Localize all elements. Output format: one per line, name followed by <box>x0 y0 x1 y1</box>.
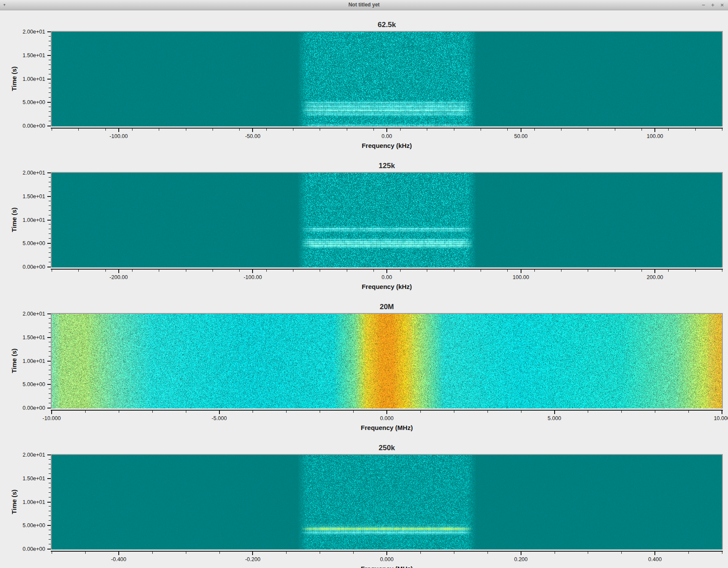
y-tick-label: 1.00e+01 <box>23 358 45 364</box>
x-tick-major <box>386 129 387 132</box>
y-tick-minor <box>49 238 51 239</box>
y-tick-major <box>47 220 51 221</box>
x-tick-minor <box>186 270 186 272</box>
maximize-button[interactable]: + <box>711 0 715 10</box>
y-axis-label: Time (s) <box>10 207 18 232</box>
y-tick-label: 1.00e+01 <box>23 499 45 505</box>
y-tick-minor <box>49 50 51 51</box>
x-tick-minor <box>105 270 106 272</box>
y-tick-label: 1.50e+01 <box>23 476 45 482</box>
x-tick-minor <box>353 552 354 554</box>
x-tick-minor <box>347 129 347 131</box>
x-tick-minor <box>642 129 642 131</box>
x-tick-major <box>118 270 119 273</box>
x-tick-minor <box>420 411 421 413</box>
y-tick-minor <box>49 398 51 399</box>
minimize-button[interactable]: − <box>702 0 705 10</box>
x-tick-minor <box>534 270 535 272</box>
x-tick-minor <box>320 270 320 272</box>
y-tick-label: 5.00e+00 <box>23 240 45 246</box>
y-tick-minor <box>49 492 51 493</box>
window-titlebar[interactable]: ▾ Not titled yet − + × <box>0 0 728 10</box>
x-tick-minor <box>400 270 401 272</box>
y-tick-major <box>47 313 51 314</box>
x-tick-minor <box>119 411 119 413</box>
y-tick-major <box>47 525 51 526</box>
close-button[interactable]: × <box>720 0 724 10</box>
x-axis-label: Frequency (kHz) <box>51 141 723 150</box>
x-tick-minor <box>454 270 454 272</box>
x-axis-label: Frequency (MHz) <box>51 565 723 568</box>
x-tick-minor <box>320 411 320 413</box>
y-axis-label: Time (s) <box>10 348 18 373</box>
plots-area: 62.5k Time (s) 2.00e+011.50e+011.00e+015… <box>0 10 728 568</box>
x-tick-minor <box>668 129 669 131</box>
y-tick-label: 0.00e+00 <box>23 123 45 129</box>
waterfall-canvas[interactable] <box>52 173 722 267</box>
x-tick-minor <box>534 129 535 131</box>
y-tick-minor <box>49 97 51 98</box>
y-tick-minor <box>49 229 51 229</box>
window-controls: − + × <box>702 0 724 10</box>
x-tick-minor <box>688 411 689 413</box>
x-tick-label: 0.200 <box>514 556 527 562</box>
y-tick-minor <box>49 473 51 474</box>
y-tick-minor <box>49 403 51 403</box>
y-tick-minor <box>49 459 51 460</box>
x-tick-minor <box>588 270 588 272</box>
window-title: Not titled yet <box>0 0 728 10</box>
waterfall-62-5k[interactable] <box>51 31 723 126</box>
x-tick-minor <box>507 129 508 131</box>
x-tick-label: -0.200 <box>245 556 260 562</box>
x-tick-major <box>654 552 655 555</box>
x-axis: -10.000-5.0000.0005.00010.000 <box>51 410 723 424</box>
x-tick-label: -100.00 <box>110 133 128 139</box>
y-tick-minor <box>49 464 51 464</box>
y-tick-minor <box>49 469 51 469</box>
x-tick-minor <box>481 129 481 131</box>
x-tick-minor <box>293 270 293 272</box>
y-tick-minor <box>49 210 51 211</box>
y-tick-label: 1.00e+01 <box>23 217 45 223</box>
y-tick-minor <box>49 539 51 540</box>
y-tick-major <box>47 337 51 338</box>
x-axis: -100.00-50.000.0050.00100.00 <box>51 128 723 141</box>
y-tick-minor <box>49 332 51 333</box>
waterfall-canvas[interactable] <box>52 32 722 126</box>
x-tick-major <box>51 411 52 414</box>
y-tick-major <box>47 454 51 455</box>
x-tick-minor <box>52 552 52 554</box>
x-tick-minor <box>159 270 159 272</box>
y-tick-label: 2.00e+01 <box>23 170 45 176</box>
waterfall-canvas[interactable] <box>52 455 722 550</box>
waterfall-125k[interactable] <box>51 172 723 267</box>
waterfall-canvas[interactable] <box>52 314 722 408</box>
plot-block-62-5k: 62.5k Time (s) 2.00e+011.50e+011.00e+015… <box>0 20 728 157</box>
x-tick-label: 200.00 <box>647 274 663 280</box>
y-tick-minor <box>49 111 51 112</box>
x-tick-minor <box>454 411 454 413</box>
x-tick-minor <box>507 270 508 272</box>
y-tick-minor <box>49 488 51 488</box>
y-tick-minor <box>49 389 51 389</box>
x-tick-label: -50.00 <box>245 133 260 139</box>
x-tick-major <box>252 552 253 555</box>
x-tick-minor <box>487 411 488 413</box>
x-tick-minor <box>695 270 696 272</box>
x-tick-minor <box>286 552 287 554</box>
x-tick-minor <box>293 129 293 131</box>
x-axis-label: Frequency (kHz) <box>51 282 723 291</box>
x-tick-label: 0.00 <box>382 133 392 139</box>
x-tick-major <box>386 270 387 273</box>
app-window: ▾ Not titled yet − + × 62.5k Time (s) 2.… <box>0 0 728 568</box>
x-tick-minor <box>615 270 615 272</box>
x-tick-label: -0.400 <box>111 556 126 562</box>
y-tick-label: 0.00e+00 <box>23 264 45 270</box>
y-tick-minor <box>49 46 51 46</box>
y-tick-label: 2.00e+01 <box>23 452 45 458</box>
waterfall-250k[interactable] <box>51 454 723 550</box>
x-tick-major <box>118 552 119 555</box>
waterfall-20m[interactable] <box>51 313 723 408</box>
x-tick-minor <box>722 552 722 554</box>
x-tick-minor <box>213 270 213 272</box>
